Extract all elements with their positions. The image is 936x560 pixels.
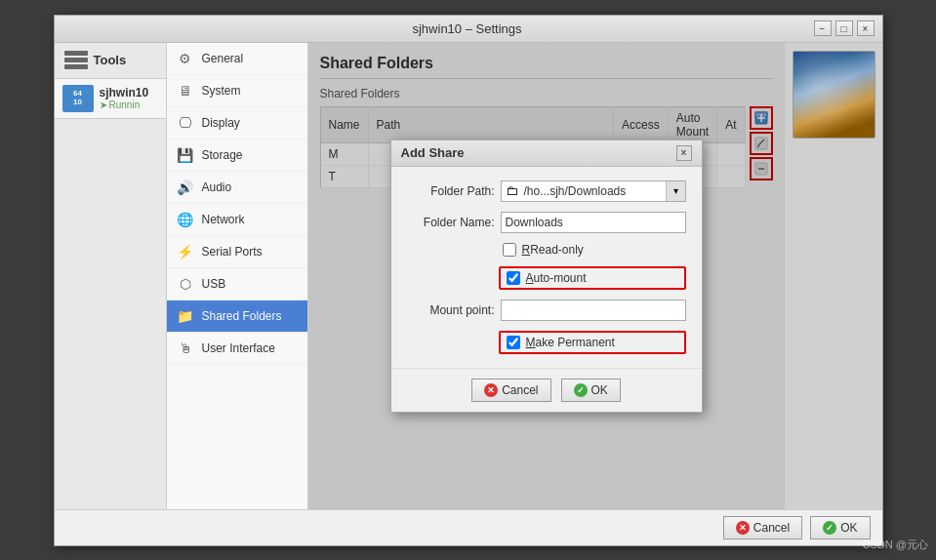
- dialog-body: Folder Path: 🗀 /ho...sjh/Downloads ▾ Fol…: [391, 167, 702, 368]
- machine-icon: 6410: [62, 85, 94, 112]
- readonly-checkbox[interactable]: [503, 243, 516, 257]
- cancel-label: Cancel: [502, 383, 538, 397]
- settings-main: Shared Folders Shared Folders Name Path …: [308, 43, 785, 509]
- tools-panel: Tools 6410 sjhwin10 ➤ Runnin: [55, 43, 167, 509]
- dialog-title-bar: Add Share ×: [391, 140, 702, 167]
- sidebar-item-label: System: [202, 84, 241, 98]
- main-cancel-button[interactable]: ✕ Cancel: [723, 516, 802, 540]
- sidebar-item-label: Network: [202, 213, 245, 226]
- machine-item[interactable]: 6410 sjhwin10 ➤ Runnin: [55, 79, 166, 119]
- system-icon: 🖥: [177, 82, 194, 100]
- maximize-button[interactable]: □: [835, 20, 853, 36]
- sidebar-item-general[interactable]: ⚙ General: [167, 43, 307, 75]
- folder-path-value: /ho...sjh/Downloads: [522, 184, 666, 198]
- ok-icon: ✓: [823, 521, 836, 535]
- dialog-close-button[interactable]: ×: [676, 145, 692, 161]
- general-icon: ⚙: [177, 50, 194, 67]
- mountpoint-row: Mount point:: [407, 300, 686, 321]
- ok-label: OK: [840, 521, 857, 535]
- automount-label: Auto-mount: [526, 271, 587, 285]
- readonly-label: RRead-only: [522, 243, 584, 257]
- sidebar-item-usb[interactable]: ⬡ USB: [167, 268, 307, 300]
- preview-image: [793, 51, 875, 139]
- sidebar-item-label: Display: [202, 116, 240, 130]
- machine-status: ➤ Runnin: [100, 100, 149, 110]
- folder-path-input-wrap: 🗀 /ho...sjh/Downloads ▾: [501, 180, 686, 202]
- folder-path-dropdown[interactable]: ▾: [666, 181, 685, 201]
- machine-info: sjhwin10 ➤ Runnin: [100, 86, 149, 110]
- main-window: sjhwin10 – Settings − □ × Tools 6410 sjh…: [54, 15, 883, 546]
- automount-highlight-box: Auto-mount: [499, 266, 686, 290]
- sidebar-item-label: General: [202, 52, 244, 65]
- dialog-overlay: Add Share × Folder Path: 🗀 /ho...sjh/Dow…: [308, 43, 785, 509]
- tools-header: Tools: [55, 43, 166, 79]
- automount-checkbox[interactable]: [507, 271, 520, 285]
- settings-container: ⚙ General 🖥 System 🖵 Display 💾 Storage 🔊: [167, 43, 882, 509]
- sidebar-item-label: Audio: [202, 180, 232, 194]
- sidebar-item-display[interactable]: 🖵 Display: [167, 107, 307, 140]
- display-icon: 🖵: [177, 114, 194, 132]
- settings-nav: ⚙ General 🖥 System 🖵 Display 💾 Storage 🔊: [167, 43, 308, 509]
- dialog-footer: ✕ Cancel ✓ OK: [391, 368, 702, 412]
- folder-path-row: Folder Path: 🗀 /ho...sjh/Downloads ▾: [407, 180, 686, 202]
- readonly-row: RRead-only: [407, 243, 686, 257]
- ok-icon: ✓: [574, 383, 588, 397]
- tools-icon: [64, 51, 88, 70]
- network-icon: 🌐: [177, 211, 194, 228]
- folder-name-input[interactable]: [501, 212, 686, 233]
- permanent-label: Make Permanent: [526, 336, 615, 349]
- folder-name-row: Folder Name:: [407, 212, 686, 233]
- audio-icon: 🔊: [177, 179, 194, 196]
- mountpoint-label: Mount point:: [407, 303, 495, 317]
- sidebar-item-shared-folders[interactable]: 📁 Shared Folders: [167, 300, 307, 333]
- sidebar-item-label: Shared Folders: [202, 309, 282, 323]
- preview-panel: [785, 43, 882, 509]
- minimize-button[interactable]: −: [814, 20, 832, 36]
- sidebar-item-label: Serial Ports: [202, 245, 263, 259]
- sidebar-item-network[interactable]: 🌐 Network: [167, 204, 307, 236]
- main-ok-button[interactable]: ✓ OK: [810, 516, 870, 540]
- watermark: CSDN @元心: [863, 538, 928, 552]
- title-bar: sjhwin10 – Settings − □ ×: [55, 16, 882, 43]
- storage-icon: 💾: [177, 146, 194, 164]
- cancel-icon: ✕: [484, 383, 498, 397]
- dialog-ok-button[interactable]: ✓ OK: [561, 379, 621, 402]
- machine-name: sjhwin10: [100, 86, 149, 100]
- folder-icon: 🗀: [502, 183, 522, 198]
- sidebar-item-user-interface[interactable]: 🖱 User Interface: [167, 333, 307, 365]
- bottom-bar: ✕ Cancel ✓ OK: [55, 509, 882, 545]
- content-area: Tools 6410 sjhwin10 ➤ Runnin: [55, 43, 882, 509]
- sidebar-item-label: USB: [202, 277, 226, 291]
- sidebar-item-label: Storage: [202, 148, 243, 162]
- close-button[interactable]: ×: [857, 20, 875, 36]
- window-title: sjhwin10 – Settings: [121, 21, 814, 36]
- permanent-highlight-box: Make Permanent: [499, 331, 686, 354]
- cancel-label: Cancel: [753, 521, 790, 535]
- add-share-dialog: Add Share × Folder Path: 🗀 /ho...sjh/Dow…: [390, 140, 703, 413]
- sidebar-item-label: User Interface: [202, 341, 275, 355]
- dialog-cancel-button[interactable]: ✕ Cancel: [471, 379, 550, 402]
- usb-icon: ⬡: [177, 275, 194, 293]
- ok-label: OK: [591, 383, 608, 397]
- serial-ports-icon: ⚡: [177, 243, 194, 260]
- permanent-checkbox[interactable]: [507, 336, 520, 349]
- shared-folders-icon: 📁: [177, 307, 194, 325]
- mountpoint-input[interactable]: [501, 300, 686, 321]
- dialog-title: Add Share: [401, 145, 465, 160]
- sidebar-item-system[interactable]: 🖥 System: [167, 75, 307, 107]
- user-interface-icon: 🖱: [177, 340, 194, 357]
- folder-name-label: Folder Name:: [407, 216, 495, 229]
- folder-path-label: Folder Path:: [407, 184, 495, 198]
- tools-label: Tools: [94, 53, 127, 67]
- title-controls: − □ ×: [814, 20, 875, 36]
- sidebar-item-serial-ports[interactable]: ⚡ Serial Ports: [167, 236, 307, 268]
- cancel-icon: ✕: [736, 521, 750, 535]
- sidebar-item-storage[interactable]: 💾 Storage: [167, 140, 307, 172]
- sidebar-item-audio[interactable]: 🔊 Audio: [167, 172, 307, 204]
